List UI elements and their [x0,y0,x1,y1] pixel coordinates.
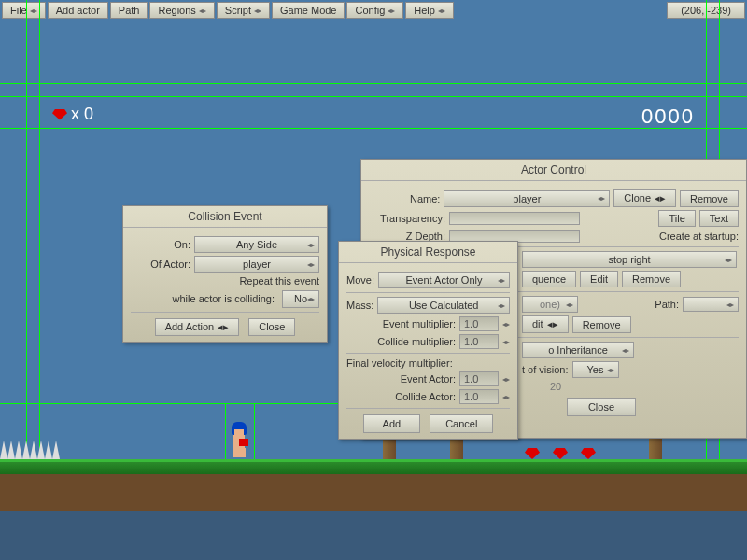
vision-label: t of vision: [522,364,569,375]
mass-dropdown[interactable]: Use Calculated◂▸ [377,297,510,314]
ev-mult-label: Event multiplier: [346,318,456,329]
collision-close-button[interactable]: Close [248,318,295,336]
remove-path-button[interactable]: Remove [572,316,631,333]
physical-title: Physical Response [339,242,517,263]
guide-v6 [254,403,255,461]
sequence-button[interactable]: quence [522,271,576,287]
menu-help[interactable]: Help◂▸ [405,2,454,19]
col-mult-field[interactable]: 1.0 [459,334,499,349]
on-dropdown[interactable]: Any Side◂▸ [194,236,319,253]
ev-mult-field[interactable]: 1.0 [459,316,499,331]
of-actor-label: Of Actor: [131,259,190,270]
physical-add-button[interactable]: Add [363,414,421,433]
text-button[interactable]: Text [699,210,739,227]
menu-game-mode[interactable]: Game Mode [272,2,345,19]
gem-2 [553,448,568,459]
gem-1 [525,448,540,459]
of-actor-dropdown[interactable]: player◂▸ [194,256,319,273]
guide-h2 [0,96,747,97]
move-dropdown[interactable]: Event Actor Only◂▸ [378,272,510,288]
menu-config[interactable]: Config◂▸ [346,2,403,19]
final-label: Final velocity multiplier: [346,357,510,369]
transparency-slider[interactable] [449,212,580,225]
move-label: Move: [346,274,374,286]
ground-grass [0,459,747,474]
hud-gems: x 0 [52,105,93,124]
name-label: Name: [369,193,440,204]
clone-button[interactable]: Clone◂▸ [613,189,676,207]
repeat-text-2: while actor is colliding: [173,293,275,305]
none-dropdown[interactable]: one)◂▸ [522,296,578,313]
menu-path[interactable]: Path [110,2,148,19]
guide-h3 [0,128,747,129]
collision-title: Collision Event [123,206,327,228]
fev-field[interactable]: 1.0 [459,371,499,386]
guide-h1 [0,83,747,84]
path-dropdown[interactable]: ◂▸ [683,297,739,312]
twenty-value: 20 [550,381,561,392]
inheritance-dropdown[interactable]: o Inheritance◂▸ [522,342,634,358]
collision-event-panel: Collision Event On: Any Side◂▸ Of Actor:… [122,205,328,343]
dit-button[interactable]: dit◂▸ [522,315,569,333]
repeat-dropdown[interactable]: No◂▸ [282,290,319,308]
on-label: On: [131,239,190,250]
startup-label: Create at startup: [659,231,739,242]
col-mult-label: Collide multiplier: [346,336,456,347]
remove-button[interactable]: Remove [680,190,739,207]
hud-score: 0000 [641,105,695,129]
actor-close-button[interactable]: Close [567,398,636,416]
edit-button[interactable]: Edit [580,271,618,287]
ground-water [0,511,747,560]
actor-control-title: Actor Control [361,160,746,181]
physical-response-panel: Physical Response Move: Event Actor Only… [338,241,518,440]
menu-script[interactable]: Script◂▸ [217,2,270,19]
ground-dirt [0,474,747,511]
menu-bar: File◂▸ Add actor Path Regions◂▸ Script◂▸… [0,0,747,21]
transparency-label: Transparency: [369,213,445,224]
spikes [0,441,60,459]
menu-regions[interactable]: Regions◂▸ [149,2,214,19]
menu-add-actor[interactable]: Add actor [48,2,108,19]
fcol-label: Collide Actor: [346,391,456,402]
physical-cancel-button[interactable]: Cancel [430,414,493,433]
tile-button[interactable]: Tile [658,210,695,227]
path-label: Path: [655,299,679,310]
gem-3 [581,448,596,459]
animation-dropdown[interactable]: stop right◂▸ [522,251,737,268]
fev-label: Event Actor: [346,373,456,385]
fcol-field[interactable]: 1.0 [459,389,499,404]
gem-icon [52,109,67,120]
add-action-button[interactable]: Add Action◂▸ [155,318,240,336]
mass-label: Mass: [346,300,374,311]
remove-anim-button[interactable]: Remove [622,271,681,287]
player-sprite [226,422,252,459]
repeat-text-1: Repeat this event [131,275,319,287]
name-dropdown[interactable]: player◂▸ [444,190,610,207]
vision-dropdown[interactable]: Yes◂▸ [572,361,619,378]
